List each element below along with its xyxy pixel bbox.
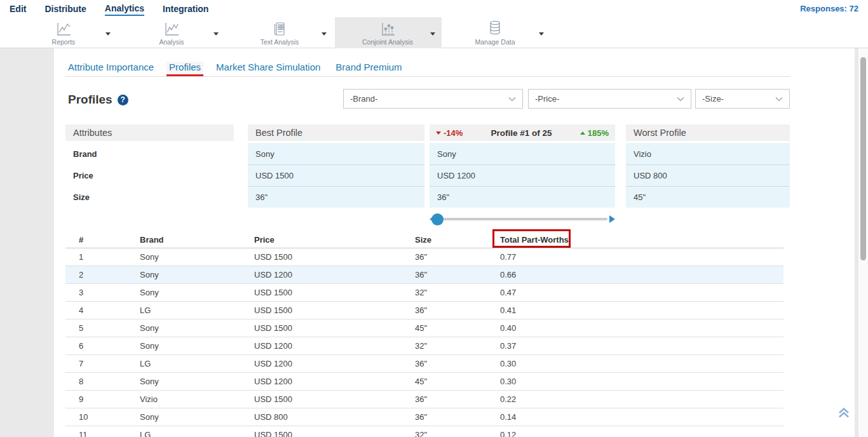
row-number-cell: 2 xyxy=(79,270,140,279)
size-cell: 36" xyxy=(415,252,500,262)
price-filter-select[interactable]: -Price- xyxy=(528,89,691,109)
brand-filter-select[interactable]: -Brand- xyxy=(343,89,523,109)
table-header-row: # Brand Price Size Total Part-Worths xyxy=(65,231,783,248)
header-price[interactable]: Price xyxy=(254,235,415,245)
table-row[interactable]: 2SonyUSD 120036"0.66 xyxy=(65,266,783,284)
slider-handle[interactable] xyxy=(431,213,444,225)
nav-item-analytics[interactable]: Analytics xyxy=(105,2,144,16)
table-body: 1SonyUSD 150036"0.772SonyUSD 120036"0.66… xyxy=(65,248,783,437)
text-analysis-dropdown-arrow[interactable] xyxy=(320,29,329,38)
analysis-button[interactable]: Analysis xyxy=(146,17,197,48)
size-cell: 36" xyxy=(415,412,500,422)
chevron-down-icon xyxy=(677,94,684,104)
row-number-cell: 4 xyxy=(79,306,140,315)
worst-profile-header: Worst Profile xyxy=(626,124,790,141)
table-row[interactable]: 3SonyUSD 150032"0.47 xyxy=(65,284,783,302)
tab-brand-premium[interactable]: Brand Premium xyxy=(333,62,404,76)
part-worths-cell: 0.12 xyxy=(500,430,783,437)
price-cell: USD 1500 xyxy=(254,252,415,262)
scatter-chart-icon xyxy=(379,20,396,37)
scrollbar-thumb[interactable] xyxy=(860,57,866,260)
header-brand[interactable]: Brand xyxy=(140,235,254,245)
chevron-down-icon xyxy=(508,94,516,104)
brand-cell: Sony xyxy=(140,252,254,262)
table-row[interactable]: 6SonyUSD 120032"0.37 xyxy=(65,337,783,355)
size-cell: 45" xyxy=(415,323,500,333)
header-size[interactable]: Size xyxy=(415,235,500,245)
slider-track[interactable] xyxy=(436,218,607,220)
row-number-cell: 5 xyxy=(79,323,140,333)
tab-profiles[interactable]: Profiles xyxy=(166,62,203,76)
worst-size-value: 45" xyxy=(626,186,790,208)
table-row[interactable]: 5SonyUSD 150045"0.40 xyxy=(65,319,783,337)
nav-item-integration[interactable]: Integration xyxy=(163,3,208,15)
worst-price-value: USD 800 xyxy=(626,165,790,186)
brand-cell: Sony xyxy=(140,341,254,351)
brand-cell: LG xyxy=(140,359,254,368)
vertical-scrollbar[interactable] xyxy=(858,48,868,437)
brand-cell: Sony xyxy=(140,412,254,422)
size-cell: 32" xyxy=(415,288,500,297)
header-number[interactable]: # xyxy=(79,235,140,245)
part-worths-cell: 0.22 xyxy=(500,394,783,404)
line-chart-icon xyxy=(55,20,72,37)
page-title: Profiles xyxy=(68,93,112,107)
attribute-label-brand: Brand xyxy=(65,143,234,165)
brand-cell: LG xyxy=(140,430,254,437)
price-cell: USD 1200 xyxy=(254,359,415,368)
part-worths-cell: 0.40 xyxy=(500,323,783,333)
size-filter-select[interactable]: -Size- xyxy=(695,89,790,109)
table-row[interactable]: 8SonyUSD 120045"0.30 xyxy=(65,373,783,391)
nav-item-distribute[interactable]: Distribute xyxy=(44,3,86,15)
triangle-down-icon xyxy=(436,131,441,135)
tab-attribute-importance[interactable]: Attribute Importance xyxy=(65,62,156,76)
price-cell: USD 1200 xyxy=(254,377,415,386)
part-worths-cell: 0.37 xyxy=(500,341,783,351)
worst-profile-column: Worst Profile Vizio USD 800 45" xyxy=(626,124,790,208)
header-total-part-worths[interactable]: Total Part-Worths xyxy=(500,235,783,245)
profile-slider[interactable] xyxy=(430,213,615,225)
manage-data-dropdown-arrow[interactable] xyxy=(537,29,546,38)
profiles-table: # Brand Price Size Total Part-Worths 1So… xyxy=(65,231,783,437)
manage-data-button[interactable]: Manage Data xyxy=(466,17,524,48)
row-number-cell: 7 xyxy=(79,359,140,368)
analytics-toolbar: Reports Analysis Text Analysis xyxy=(0,17,868,48)
double-chevron-up-icon xyxy=(837,406,851,420)
tab-market-share-simulation[interactable]: Market Share Simulation xyxy=(214,62,323,76)
size-cell: 36" xyxy=(415,394,500,404)
part-worths-cell: 0.77 xyxy=(500,252,783,262)
brand-cell: LG xyxy=(140,306,254,315)
price-cell: USD 1500 xyxy=(254,323,415,333)
brand-cell: Sony xyxy=(140,288,254,297)
table-row[interactable]: 11LGUSD 150032"0.12 xyxy=(65,426,783,437)
price-cell: USD 1200 xyxy=(254,270,415,279)
table-row[interactable]: 1SonyUSD 150036"0.77 xyxy=(65,248,783,266)
brand-cell: Sony xyxy=(140,377,254,386)
scroll-to-top-button[interactable] xyxy=(835,404,853,422)
reports-button[interactable]: Reports xyxy=(38,17,89,48)
help-icon[interactable]: ? xyxy=(118,95,128,105)
table-row[interactable]: 10SonyUSD 80036"0.14 xyxy=(65,408,783,426)
best-size-value: 36" xyxy=(248,186,424,208)
conjoint-tabs: Attribute Importance Profiles Market Sha… xyxy=(65,61,790,77)
price-cell: USD 800 xyxy=(254,412,415,422)
best-profile-header: Best Profile xyxy=(248,124,424,141)
brand-cell: Vizio xyxy=(140,394,254,404)
conjoint-analysis-button[interactable]: Conjoint Analysis xyxy=(353,17,423,48)
reports-dropdown-arrow[interactable] xyxy=(104,29,112,38)
row-number-cell: 10 xyxy=(79,412,140,422)
table-row[interactable]: 7LGUSD 120036"0.30 xyxy=(65,355,783,373)
table-row[interactable]: 9VizioUSD 150036"0.22 xyxy=(65,391,783,408)
attribute-label-size: Size xyxy=(65,186,234,208)
table-row[interactable]: 4LGUSD 150036"0.41 xyxy=(65,302,783,319)
row-number-cell: 3 xyxy=(79,288,140,297)
size-cell: 36" xyxy=(415,270,500,279)
text-analysis-button[interactable]: Text Analysis xyxy=(251,17,308,48)
price-cell: USD 1500 xyxy=(254,288,415,297)
conjoint-analysis-dropdown-arrow[interactable] xyxy=(428,29,437,38)
current-price-value: USD 1200 xyxy=(430,165,615,186)
analysis-dropdown-arrow[interactable] xyxy=(212,29,220,38)
top-nav: Edit Distribute Analytics Integration Re… xyxy=(0,0,868,17)
nav-item-edit[interactable]: Edit xyxy=(10,3,26,15)
slider-right-arrow-icon[interactable] xyxy=(609,215,615,223)
